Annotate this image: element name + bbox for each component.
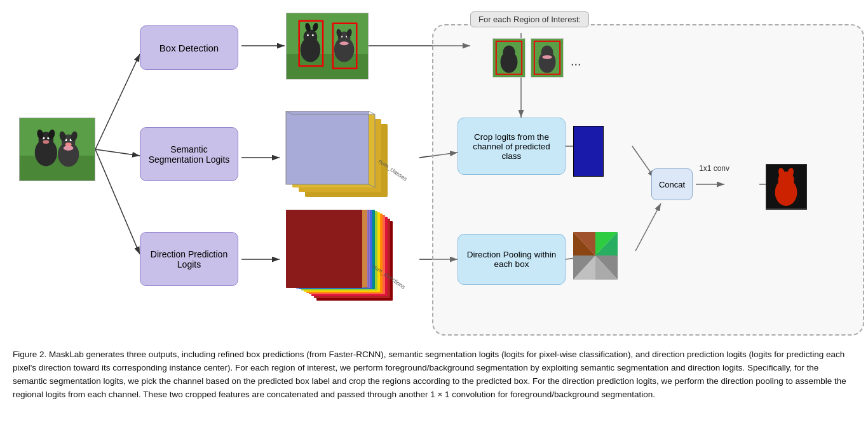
crop-logits-box: Crop logits from the channel of predicte… [458,118,566,175]
svg-point-23 [43,140,49,144]
svg-rect-18 [20,156,95,181]
svg-point-39 [312,34,314,36]
svg-point-47 [340,41,349,45]
direction-pooling-text: Direction Pooling within each box [465,250,559,269]
direction-feature-map: num_directions [280,210,419,311]
direction-pooling-box: Direction Pooling within each box [458,234,566,285]
input-image [19,118,95,181]
svg-point-38 [307,34,309,36]
box-detection-label: Box Detection [140,25,238,70]
svg-line-56 [369,111,375,114]
roi-dog1 [492,38,526,78]
caption-text: Figure 2. MaskLab generates three output… [13,350,846,399]
concat-text: Concat [659,180,685,189]
concat-box: Concat [651,168,693,200]
blue-patch [573,126,604,177]
conv-text: 1x1 conv [699,164,729,173]
svg-rect-54 [286,111,369,184]
svg-point-31 [64,146,74,151]
semantic-feature-map: num_classes [280,111,419,207]
caption: Figure 2. MaskLab generates three output… [13,348,855,402]
roi-label-text: For each Region of Interest: [478,15,581,24]
direction-patch [573,232,618,280]
conv-label: 1x1 conv [699,164,729,173]
direction-pred-label: Direction Prediction Logits [140,232,238,286]
svg-point-85 [542,55,552,59]
semantic-seg-label: Semantic Segmentation Logits [140,127,238,181]
svg-line-1 [95,54,140,149]
roi-dog2 [531,38,564,78]
output-image [766,164,807,210]
svg-rect-73 [286,210,362,288]
roi-label: For each Region of Interest: [470,11,589,27]
detection-image [286,13,369,79]
crop-logits-text: Crop logits from the channel of predicte… [465,132,559,161]
ellipsis: ... [571,54,581,69]
svg-point-37 [304,30,318,45]
direction-pred-text: Direction Prediction Logits [146,249,233,269]
diagram: Box Detection [13,6,855,343]
svg-line-2 [95,149,140,156]
box-detection-text: Box Detection [159,43,219,53]
semantic-seg-text: Semantic Segmentation Logits [146,144,233,165]
svg-line-3 [95,149,140,254]
svg-point-80 [503,46,515,59]
main-container: Box Detection [0,0,868,408]
